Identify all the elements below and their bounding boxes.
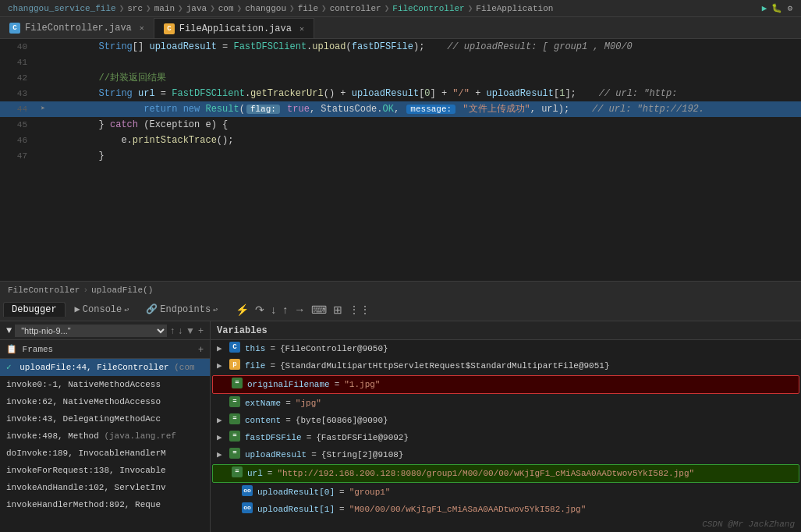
thread-filter-button[interactable]: ▼ xyxy=(186,325,195,336)
run-icon[interactable]: ▶ xyxy=(762,3,767,13)
variables-panel: Variables ▶ C this = {FileController@905… xyxy=(211,321,801,532)
breadcrumb-project: changgou_service_file xyxy=(8,4,116,13)
code-line-47: 47 } xyxy=(0,148,801,164)
editor-tab-bar: C FileController.java ✕ C FileApplicatio… xyxy=(0,17,801,39)
thread-up-button[interactable]: ↑ xyxy=(170,325,175,336)
debug-content: ▼ "http-nio-9..." ↑ ↓ ▼ + 📋 Frames + ✓ u… xyxy=(0,321,801,532)
tab-file-application[interactable]: C FileApplication.java ✕ xyxy=(154,18,314,38)
debugger-tab[interactable]: Debugger xyxy=(3,302,66,317)
var-url: ▶ = url = "http://192.168.200.128:8080/g… xyxy=(212,464,799,483)
grid-button[interactable]: ⊞ xyxy=(331,303,345,316)
frame-item-invokehandler[interactable]: invokeHandlerMethod:892, Reque xyxy=(0,496,210,513)
code-editor: 40 String[] uploadResult = FastDFSClient… xyxy=(0,39,801,281)
settings-debug-button[interactable]: ⋮⋮ xyxy=(346,303,373,316)
evaluate-button[interactable]: ⌨ xyxy=(309,303,329,316)
frames-expand-button[interactable]: + xyxy=(198,344,204,355)
frame-item-invokeandhandle[interactable]: invokeAndHandle:102, ServletInv xyxy=(0,479,210,496)
code-line-45: 45 } catch (Exception e) { xyxy=(0,117,801,133)
code-line-40: 40 String[] uploadResult = FastDFSClient… xyxy=(0,39,801,55)
thread-selector: ▼ "http-nio-9..." ↑ ↓ ▼ + xyxy=(0,321,210,340)
var-content: ▶ = content = {byte[60866]@9090} xyxy=(211,412,801,429)
debug-panel: Debugger ▶ Console ↩ 🔗 Endpoints ↩ ⚡ ↷ ↓… xyxy=(0,298,801,532)
thread-down-button[interactable]: ↓ xyxy=(178,325,183,336)
thread-select[interactable]: "http-nio-9..." xyxy=(15,325,167,337)
var-fast-dfs-file: ▶ = fastDFSFile = {FastDFSFile@9092} xyxy=(211,429,801,446)
var-upload-result-1: ▶ oo uploadResult[1] = "M00/00/00/wKjIgF… xyxy=(211,501,801,518)
frame-item-invoke43[interactable]: invoke:43, DelegatingMethodAcc xyxy=(0,410,210,427)
frame-item-invokefor[interactable]: invokeForRequest:138, Invocable xyxy=(0,462,210,479)
frame-item-invoke498[interactable]: invoke:498, Method (java.lang.ref xyxy=(0,427,210,445)
var-file-icon: p xyxy=(229,359,240,370)
resume-button[interactable]: ⚡ xyxy=(233,303,251,316)
var-file: ▶ p file = {StandardMultipartHttpServlet… xyxy=(211,357,801,374)
tab-icon-file-controller: C xyxy=(9,23,20,34)
code-line-43: 43 String url = FastDFSClient.getTracker… xyxy=(0,86,801,101)
code-line-44: 44 ➤ return new Result(flag: true, Statu… xyxy=(0,101,801,117)
var-upload-result: ▶ = uploadResult = {String[2]@9108} xyxy=(211,446,801,463)
code-line-41: 41 xyxy=(0,55,801,70)
debug-tab-bar: Debugger ▶ Console ↩ 🔗 Endpoints ↩ ⚡ ↷ ↓… xyxy=(0,298,801,321)
frame-item-invoke62[interactable]: invoke:62, NativeMethodAccesso xyxy=(0,393,210,410)
var-this: ▶ C this = {FileController@9050} xyxy=(211,340,801,357)
step-into-button[interactable]: ↓ xyxy=(268,303,278,316)
close-tab-file-controller[interactable]: ✕ xyxy=(140,23,144,33)
debug-toolbar: ⚡ ↷ ↓ ↑ → ⌨ ⊞ ⋮⋮ xyxy=(233,303,373,316)
breadcrumb-class: FileController xyxy=(8,286,80,295)
frames-header: 📋 Frames + xyxy=(0,340,210,359)
code-breadcrumb: FileController › uploadFile() xyxy=(0,281,801,298)
frame-item-invoke0[interactable]: invoke0:-1, NativeMethodAccess xyxy=(0,376,210,393)
console-tab[interactable]: ▶ Console ↩ xyxy=(67,302,137,317)
frames-panel: ▼ "http-nio-9..." ↑ ↓ ▼ + 📋 Frames + ✓ u… xyxy=(0,321,211,532)
var-ext-name: ▶ = extName = "jpg" xyxy=(211,395,801,412)
thread-add-button[interactable]: + xyxy=(198,325,204,336)
tab-icon-file-application: C xyxy=(164,23,175,34)
endpoints-tab[interactable]: 🔗 Endpoints ↩ xyxy=(138,302,225,317)
var-upload-result-0: ▶ oo uploadResult[0] = "group1" xyxy=(211,484,801,501)
run-to-cursor-button[interactable]: → xyxy=(292,303,307,316)
step-over-button[interactable]: ↷ xyxy=(253,303,267,316)
debug-icon[interactable]: 🐛 xyxy=(771,3,782,13)
frame-item-upload[interactable]: ✓ uploadFile:44, FileController (com xyxy=(0,359,210,376)
code-line-42: 42 //封装返回结果 xyxy=(0,70,801,86)
breadcrumb-method: uploadFile() xyxy=(91,286,153,295)
step-out-button[interactable]: ↑ xyxy=(280,303,290,316)
variables-header: Variables xyxy=(211,321,801,340)
code-line-46: 46 e.printStackTrace(); xyxy=(0,133,801,148)
close-tab-file-application[interactable]: ✕ xyxy=(299,24,304,34)
var-original-filename: ▶ = originalFilename = "1.jpg" xyxy=(212,375,799,394)
top-breadcrumb-bar: changgou_service_file ❯ src ❯ main ❯ jav… xyxy=(0,0,801,17)
frame-item-doinvoke[interactable]: doInvoke:189, InvocableHandlerM xyxy=(0,445,210,462)
settings-icon[interactable]: ⚙ xyxy=(787,3,792,13)
watermark: CSDN @Mr JackZhang xyxy=(702,520,795,529)
tab-file-controller[interactable]: C FileController.java ✕ xyxy=(0,18,154,38)
